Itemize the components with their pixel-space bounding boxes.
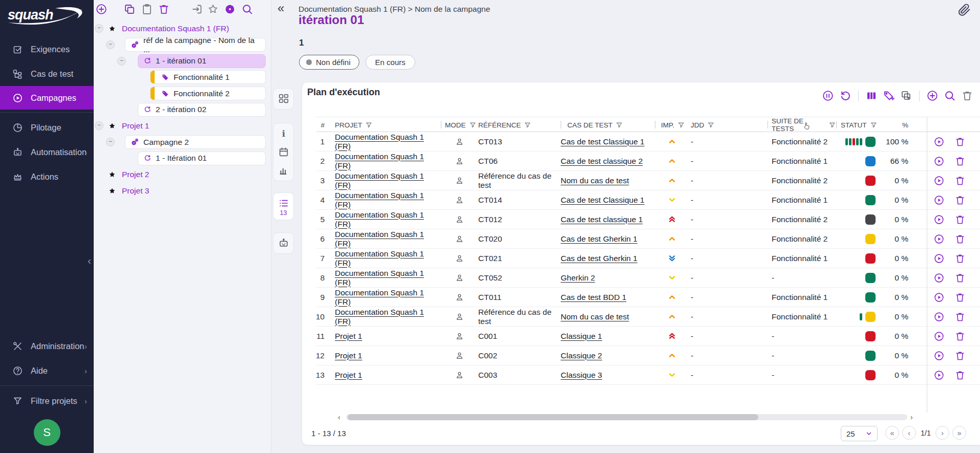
delete-row-icon[interactable] — [954, 370, 966, 381]
filter-icon[interactable] — [365, 121, 373, 129]
column-header-projet[interactable]: PROJET — [335, 117, 441, 133]
copy-icon[interactable] — [123, 3, 136, 15]
tree-campaign-ref-de-la-campagne-nom-de-la[interactable]: réf de la campagne - Nom de la ... — [125, 38, 266, 52]
column-header-[interactable]: # — [316, 117, 335, 133]
project-link[interactable]: Projet 1 — [335, 332, 362, 341]
project-link[interactable]: Documentation Squash 1 (FR) — [335, 249, 441, 268]
tree-iteration-2-iteration-02[interactable]: 2 - itération 02 — [138, 103, 266, 117]
add-test-case-icon[interactable] — [926, 90, 939, 102]
scroll-left-icon[interactable]: ‹ — [338, 413, 340, 421]
status-block-blue[interactable] — [865, 156, 876, 166]
sidebar-item-administration[interactable]: Administration› — [0, 334, 94, 358]
project-link[interactable]: Documentation Squash 1 (FR) — [335, 152, 441, 170]
favorite-icon[interactable] — [207, 3, 219, 15]
tree-collapse-icon[interactable]: − — [106, 138, 115, 146]
delete-icon[interactable] — [961, 90, 973, 102]
run-icon[interactable] — [933, 331, 945, 342]
test-case-link[interactable]: Cas de test classique 2 — [561, 157, 643, 166]
test-case-link[interactable]: Nom du cas de test — [561, 312, 629, 321]
tree-project-documentation-squash-1-fr[interactable]: Documentation Squash 1 (FR) — [108, 24, 229, 33]
filter-icon[interactable] — [677, 121, 685, 129]
automation-icon[interactable] — [278, 234, 289, 252]
tree-suite-fonctionnalite-1[interactable]: Fonctionnalité 1 — [150, 70, 266, 84]
filter-icon[interactable] — [707, 121, 715, 129]
filter-icon[interactable] — [469, 121, 477, 129]
execution-history-icon[interactable] — [839, 90, 851, 102]
paste-icon[interactable] — [141, 3, 153, 15]
tree-project-projet-1[interactable]: Projet 1 — [108, 121, 149, 131]
project-link[interactable]: Documentation Squash 1 (FR) — [335, 308, 441, 326]
search-icon[interactable] — [944, 90, 956, 102]
status-block-red[interactable] — [865, 370, 876, 380]
status-block-green[interactable] — [865, 351, 876, 361]
delete-row-icon[interactable] — [954, 175, 966, 186]
pause-execution-icon[interactable] — [822, 90, 834, 102]
test-case-link[interactable]: Classique 3 — [561, 371, 602, 380]
test-case-link[interactable]: Cas de test BDD 1 — [561, 293, 626, 302]
import-export-icon[interactable] — [191, 3, 203, 15]
statistics-icon[interactable] — [278, 161, 289, 180]
status-chip-non-defini[interactable]: Non défini — [299, 55, 359, 70]
status-block-red[interactable] — [865, 176, 876, 186]
tree-project-projet-3[interactable]: Projet 3 — [108, 186, 149, 196]
first-page-button[interactable]: « — [885, 426, 899, 440]
scrollbar-thumb[interactable] — [348, 414, 758, 420]
run-icon[interactable] — [933, 195, 945, 206]
tree-iteration-1-iteration-01[interactable]: 1 - itération 01 — [138, 54, 266, 68]
tree-collapse-icon[interactable]: − — [106, 40, 115, 49]
run-icon[interactable] — [933, 350, 945, 361]
delete-row-icon[interactable] — [954, 253, 966, 264]
information-icon[interactable]: i — [278, 124, 289, 143]
run-icon[interactable] — [933, 175, 945, 186]
delete-icon[interactable] — [158, 3, 170, 15]
run-icon[interactable] — [933, 253, 945, 264]
next-page-button[interactable]: › — [935, 426, 949, 440]
tree-iteration-1-iteration-01[interactable]: 1 - Itération 01 — [138, 152, 266, 165]
delete-row-icon[interactable] — [954, 331, 966, 342]
delete-row-icon[interactable] — [954, 311, 966, 322]
column-header-actions[interactable] — [927, 117, 980, 133]
filter-icon[interactable] — [524, 121, 531, 129]
search-icon[interactable] — [241, 3, 253, 15]
status-block-green[interactable] — [865, 273, 876, 283]
column-header-mode[interactable]: MODE — [441, 117, 478, 133]
test-case-link[interactable]: Cas de test Gherkin 1 — [561, 234, 637, 244]
add-icon[interactable] — [95, 3, 108, 15]
test-case-link[interactable]: Gherkin 2 — [561, 273, 595, 283]
scroll-right-icon[interactable]: › — [910, 413, 913, 421]
test-case-link[interactable]: Classique 2 — [561, 351, 602, 360]
delete-row-icon[interactable] — [954, 272, 966, 284]
column-header-jdd[interactable]: JDD — [689, 117, 768, 133]
test-case-link[interactable]: Cas de test Classique 1 — [561, 137, 645, 146]
column-header-statut[interactable]: STATUT — [836, 117, 876, 133]
delete-row-icon[interactable] — [954, 292, 966, 303]
squash-logo[interactable]: squash — [0, 0, 94, 30]
prev-page-button[interactable]: ‹ — [902, 426, 916, 440]
copy-executions-icon[interactable] — [900, 90, 912, 102]
delete-row-icon[interactable] — [954, 195, 966, 206]
run-icon[interactable] — [933, 370, 945, 381]
project-link[interactable]: Documentation Squash 1 (FR) — [335, 210, 441, 229]
status-block-red[interactable] — [865, 331, 876, 341]
sidebar-item-campagnes[interactable]: Campagnes — [0, 86, 94, 110]
scrollbar-track[interactable] — [346, 414, 907, 420]
test-case-link[interactable]: Classique 1 — [561, 332, 602, 341]
sidebar-item-filtre-projets[interactable]: Filtre projets› — [0, 389, 94, 413]
tree-project-projet-2[interactable]: Projet 2 — [108, 170, 149, 179]
status-block-green[interactable] — [865, 195, 876, 205]
tree-collapse-icon[interactable]: − — [95, 24, 103, 33]
sidebar-item-aide[interactable]: Aide› — [0, 358, 94, 383]
project-link[interactable]: Documentation Squash 1 (FR) — [335, 171, 441, 190]
test-case-link[interactable]: Nom du cas de test — [561, 176, 629, 185]
project-link[interactable]: Documentation Squash 1 (FR) — [335, 269, 441, 287]
filter-icon[interactable] — [828, 121, 836, 129]
dashboard-icon[interactable] — [278, 90, 289, 108]
run-icon[interactable] — [933, 214, 945, 225]
tree-collapse-icon[interactable]: − — [95, 121, 103, 130]
status-block-green[interactable] — [865, 292, 876, 303]
test-case-link[interactable]: Cas de test Classique 1 — [561, 196, 645, 205]
project-link[interactable]: Projet 1 — [335, 371, 362, 380]
status-block-green[interactable] — [865, 137, 876, 147]
filter-icon[interactable] — [615, 121, 623, 129]
tree-collapse-icon[interactable]: − — [117, 57, 126, 66]
